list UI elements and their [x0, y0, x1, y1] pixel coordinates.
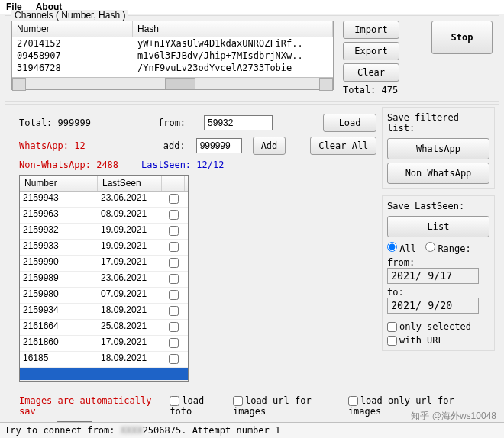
- from-input[interactable]: [204, 115, 273, 130]
- whatsapp-count: WhatsApp: 12: [19, 140, 86, 151]
- save-lastseen-label: Save LastSeen:: [387, 201, 489, 211]
- results-row-selected[interactable]: [20, 368, 188, 381]
- row-checkbox[interactable]: [169, 322, 179, 332]
- row-checkbox[interactable]: [169, 258, 179, 268]
- row-checkbox[interactable]: [169, 194, 179, 204]
- row-checkbox[interactable]: [169, 274, 179, 284]
- nonwhatsapp-count: Non-WhatsApp: 2488: [19, 159, 118, 170]
- load-foto-checkbox[interactable]: load foto: [170, 395, 228, 417]
- export-button[interactable]: Export: [343, 42, 399, 60]
- total-label: Total: 999999: [19, 118, 91, 128]
- save-filtered-label: Save filtered list:: [387, 112, 489, 134]
- results-row[interactable]: 216186017.09.2021: [20, 336, 188, 352]
- date-to-input[interactable]: [387, 298, 479, 314]
- channels-header-hash: Hash: [133, 21, 333, 37]
- row-checkbox[interactable]: [169, 306, 179, 316]
- results-row[interactable]: 215993418.09.2021: [20, 304, 188, 320]
- save-whatsapp-button[interactable]: WhatsApp: [387, 138, 489, 159]
- save-lastseen-group: Save LastSeen: List All Range: from: to:…: [382, 195, 495, 351]
- channels-row[interactable]: 31946728/YnF9vuLv23odYvcelA2733Tobie: [12, 62, 333, 74]
- stop-button[interactable]: Stop: [431, 21, 493, 54]
- results-row[interactable]: 216166425.08.2021: [20, 320, 188, 336]
- date-from-label: from:: [387, 257, 489, 268]
- row-checkbox[interactable]: [169, 290, 179, 300]
- row-checkbox[interactable]: [169, 338, 179, 348]
- date-to-label: to:: [387, 287, 489, 298]
- load-button[interactable]: Load: [323, 114, 376, 132]
- row-checkbox[interactable]: [169, 210, 179, 220]
- results-table[interactable]: Number LastSeen 215994323.06.2021 215996…: [19, 175, 189, 382]
- clear-button[interactable]: Clear: [343, 63, 399, 82]
- channels-legend: Channels ( Number, Hash ): [11, 10, 128, 21]
- channels-header-number: Number: [12, 21, 133, 37]
- channels-row[interactable]: 27014152yW+nIYXasUlw4D1kdaxUNROZFiRf..: [12, 37, 333, 50]
- radio-all[interactable]: All: [387, 242, 416, 254]
- results-row[interactable]: 215996308.09.2021: [20, 208, 188, 224]
- results-row[interactable]: 215993219.09.2021: [20, 224, 188, 240]
- results-row[interactable]: 215994323.06.2021: [20, 192, 188, 208]
- load-url-images-checkbox[interactable]: load url for images: [233, 395, 344, 417]
- save-filtered-group: Save filtered list: WhatsApp Non WhatsAp…: [382, 107, 495, 189]
- channels-row[interactable]: 09458907m1v6l3FJBdv/Jhip+7MIsdbrjNXw..: [12, 50, 333, 62]
- add-input[interactable]: [196, 138, 242, 153]
- channels-table[interactable]: Number Hash 27014152yW+nIYXasUlw4D1kdaxU…: [11, 21, 334, 90]
- lastseen-count: LastSeen: 12/12: [141, 159, 224, 170]
- import-button[interactable]: Import: [343, 21, 399, 39]
- add-button[interactable]: Add: [253, 137, 286, 155]
- watermark: 知乎 @海外ws10048: [411, 410, 496, 423]
- channels-total: Total: 475: [343, 85, 399, 95]
- radio-range[interactable]: Range:: [425, 242, 471, 254]
- results-row[interactable]: 215999017.09.2021: [20, 256, 188, 272]
- results-row[interactable]: 215998007.09.2021: [20, 288, 188, 304]
- results-row[interactable]: 1618518.09.2021: [20, 352, 188, 368]
- row-checkbox[interactable]: [169, 226, 179, 236]
- channels-group: Channels ( Number, Hash ) Number Hash 27…: [5, 15, 499, 102]
- results-header-number: Number: [20, 176, 98, 191]
- row-checkbox[interactable]: [169, 242, 179, 252]
- results-row[interactable]: 215993319.09.2021: [20, 240, 188, 256]
- add-label: add:: [163, 140, 186, 151]
- list-button[interactable]: List: [387, 216, 489, 237]
- auto-save-label: Images are automatically sav: [19, 395, 165, 417]
- row-checkbox[interactable]: [169, 354, 179, 364]
- from-label: from:: [158, 118, 186, 128]
- save-nonwhatsapp-button[interactable]: Non WhatsApp: [387, 163, 489, 184]
- date-from-input[interactable]: [387, 268, 479, 284]
- only-selected-checkbox[interactable]: only selected: [387, 321, 471, 332]
- channels-hscroll[interactable]: [12, 77, 333, 89]
- status-bar: Try to connect from: XXXX2506875. Attemp…: [0, 422, 504, 438]
- results-row[interactable]: 215998923.06.2021: [20, 272, 188, 288]
- clear-all-button[interactable]: Clear All: [310, 137, 376, 155]
- with-url-checkbox[interactable]: with URL: [387, 335, 444, 346]
- results-header-lastseen: LastSeen: [98, 176, 162, 191]
